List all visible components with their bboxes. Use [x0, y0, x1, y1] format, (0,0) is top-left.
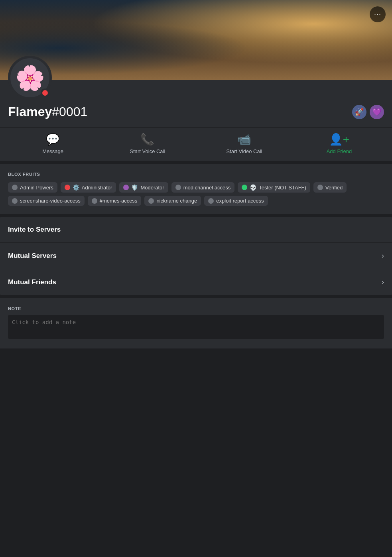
mutual-friends-label: Mutual Friends	[8, 278, 56, 286]
role-dot	[123, 185, 129, 190]
nitro-badge: 🚀	[352, 105, 366, 119]
role-emoji: 🛡️	[131, 184, 138, 191]
role-dot	[12, 198, 18, 204]
role-label: mod channel access	[183, 185, 231, 191]
role-label: #memes-access	[100, 198, 138, 204]
note-input[interactable]	[8, 315, 384, 339]
invite-to-servers-item[interactable]: Invite to Servers	[0, 217, 392, 243]
role-mod-channel[interactable]: mod channel access	[171, 182, 235, 193]
role-label: Moderator	[140, 185, 164, 191]
role-emoji: 💀	[250, 184, 256, 191]
role-dot	[208, 198, 214, 204]
role-dot	[175, 185, 181, 190]
role-emoji: ⚙️	[73, 184, 79, 191]
badges-row: 🚀 💜	[352, 105, 384, 119]
collapsible-section: Invite to Servers Mutual Servers › Mutua…	[0, 217, 392, 295]
message-label: Message	[42, 148, 63, 154]
role-dot	[242, 185, 247, 190]
profile-banner: ···	[0, 0, 392, 80]
role-label: Tester (NOT STAFF)	[259, 185, 306, 191]
more-options-button[interactable]: ···	[370, 6, 386, 22]
add-friend-icon: 👤+	[329, 134, 349, 145]
username-row: Flamey#0001 🚀 💜	[8, 104, 384, 119]
role-exploit-report[interactable]: exploit report access	[204, 196, 268, 206]
message-button[interactable]: 💬 Message	[37, 134, 69, 154]
role-label: nickname change	[156, 198, 197, 204]
username: Flamey#0001	[8, 104, 87, 119]
voice-call-icon: 📞	[140, 134, 154, 145]
boost-badge: 💜	[370, 105, 384, 119]
role-dot	[148, 198, 154, 204]
role-verified[interactable]: Verified	[313, 182, 347, 193]
roles-title: BLOX FRUITS	[8, 172, 384, 177]
add-friend-label: Add Friend	[327, 148, 352, 154]
role-label: Administrator	[82, 185, 112, 191]
role-tester[interactable]: 💀 Tester (NOT STAFF)	[238, 182, 310, 193]
role-screenshare[interactable]: screenshare-video-access	[8, 196, 85, 206]
role-label: exploit report access	[216, 198, 264, 204]
chevron-right-icon: ›	[382, 252, 384, 260]
role-label: Verified	[325, 185, 343, 191]
role-administrator[interactable]: ⚙️ Administrator	[61, 182, 116, 193]
chevron-right-icon: ›	[382, 278, 384, 286]
video-call-button[interactable]: 📹 Start Video Call	[226, 134, 262, 154]
role-moderator[interactable]: 🛡️ Moderator	[119, 182, 168, 193]
role-nickname-change[interactable]: nickname change	[144, 196, 201, 206]
profile-section: 🌸 Flamey#0001 🚀 💜	[0, 80, 392, 127]
note-title: NOTE	[8, 306, 384, 311]
role-dot	[65, 185, 70, 190]
role-dot	[317, 185, 323, 190]
role-dot	[92, 198, 97, 204]
message-icon: 💬	[46, 134, 60, 145]
mutual-servers-item[interactable]: Mutual Servers ›	[0, 243, 392, 269]
mutual-friends-item[interactable]: Mutual Friends ›	[0, 269, 392, 295]
role-memes-access[interactable]: #memes-access	[88, 196, 142, 206]
role-label: screenshare-video-access	[20, 198, 81, 204]
role-admin-powers[interactable]: Admin Powers	[8, 182, 57, 193]
roles-grid: Admin Powers ⚙️ Administrator 🛡️ Moderat…	[8, 182, 384, 206]
video-call-label: Start Video Call	[226, 148, 262, 154]
voice-call-label: Start Voice Call	[130, 148, 165, 154]
note-section: NOTE	[0, 298, 392, 348]
role-label: Admin Powers	[20, 185, 53, 191]
banner-background	[0, 0, 392, 80]
actions-section: 💬 Message 📞 Start Voice Call 📹 Start Vid…	[0, 128, 392, 161]
role-dot	[12, 185, 18, 190]
add-friend-button[interactable]: 👤+ Add Friend	[323, 134, 355, 154]
voice-call-button[interactable]: 📞 Start Voice Call	[130, 134, 165, 154]
video-call-icon: 📹	[237, 134, 251, 145]
mutual-servers-label: Mutual Servers	[8, 252, 57, 260]
avatar-wrapper: 🌸	[8, 56, 52, 100]
invite-to-servers-label: Invite to Servers	[8, 226, 61, 234]
status-indicator	[41, 89, 49, 97]
roles-section: BLOX FRUITS Admin Powers ⚙️ Administrato…	[0, 164, 392, 214]
